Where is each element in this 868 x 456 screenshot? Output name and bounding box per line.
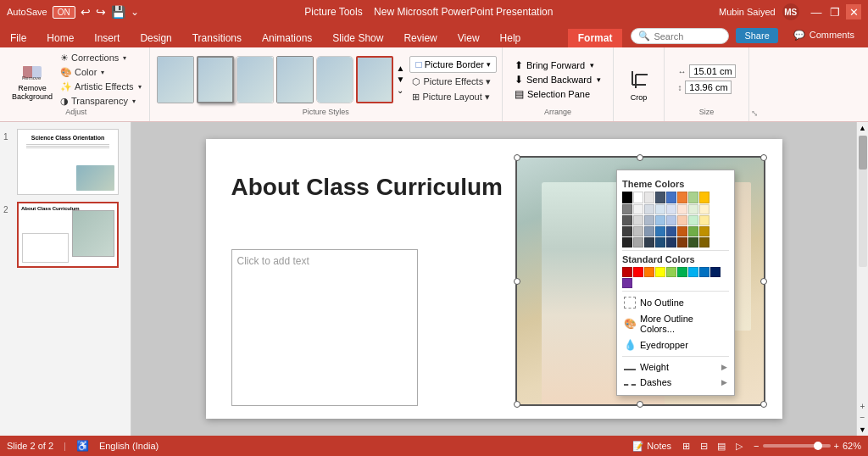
theme-shade-5-3[interactable] (666, 226, 676, 236)
zoom-up-button[interactable]: + (860, 402, 865, 411)
handle-tr[interactable] (760, 154, 767, 161)
theme-shade-4-3[interactable] (655, 226, 665, 236)
crop-button[interactable]: Crop (622, 64, 656, 103)
transparency-button[interactable]: ◑ Transparency ▾ (58, 95, 143, 108)
styles-more[interactable]: ⌄ (397, 86, 405, 95)
theme-shade-6-2[interactable] (677, 215, 687, 225)
scroll-thumb[interactable] (859, 136, 867, 170)
styles-scroll-up[interactable]: ▲ (397, 64, 405, 73)
theme-shade-5-1[interactable] (666, 204, 676, 214)
customize-icon[interactable]: ⌄ (131, 6, 139, 18)
style-thumb-6[interactable] (356, 56, 393, 103)
tab-home[interactable]: Home (36, 29, 84, 47)
slideshow-button[interactable]: ▷ (732, 439, 747, 453)
std-color-8[interactable] (699, 267, 709, 277)
close-button[interactable]: ✕ (846, 4, 861, 19)
theme-shade-5-4[interactable] (666, 237, 676, 247)
theme-shade-7-2[interactable] (688, 215, 698, 225)
theme-shade-3-3[interactable] (644, 226, 654, 236)
width-input[interactable] (689, 64, 736, 78)
handle-mr[interactable] (760, 278, 767, 285)
handle-bl[interactable] (514, 401, 520, 408)
theme-shade-3-4[interactable] (644, 237, 654, 247)
ribbon-expand[interactable]: ⤡ (749, 47, 760, 121)
selection-pane-button[interactable]: ▤ Selection Pane (511, 87, 604, 101)
color-button[interactable]: 🎨 Color ▾ (58, 66, 143, 79)
theme-shade-3-1[interactable] (644, 204, 654, 214)
theme-shade-6-3[interactable] (677, 226, 687, 236)
theme-color-green[interactable] (688, 192, 698, 203)
theme-shade-1-1[interactable] (622, 204, 632, 214)
undo-icon[interactable]: ↩ (81, 5, 91, 19)
theme-shade-2-3[interactable] (633, 226, 643, 236)
std-color-2[interactable] (633, 267, 643, 277)
text-box[interactable]: Click to add text (231, 249, 418, 406)
more-outline-button[interactable]: 🎨 More Outline Colors... (622, 311, 729, 336)
handle-tm[interactable] (637, 154, 643, 161)
slide-thumb-2[interactable]: 2 About Class Curriculum (3, 202, 127, 268)
tab-transitions[interactable]: Transitions (182, 29, 252, 47)
theme-shade-1-2[interactable] (622, 215, 632, 225)
tab-review[interactable]: Review (393, 29, 447, 47)
theme-shade-4-4[interactable] (655, 237, 665, 247)
zoom-slider[interactable] (763, 444, 831, 448)
theme-shade-6-1[interactable] (677, 204, 687, 214)
bring-forward-button[interactable]: ⬆ Bring Forward ▾ (511, 58, 604, 72)
std-color-4[interactable] (655, 267, 665, 277)
theme-shade-5-2[interactable] (666, 215, 676, 225)
scroll-up-button[interactable]: ▲ (857, 122, 869, 134)
remove-background-button[interactable]: Remove RemoveBackground (8, 56, 56, 103)
search-box[interactable]: 🔍 (631, 28, 729, 44)
theme-shade-3-2[interactable] (644, 215, 654, 225)
redo-icon[interactable]: ↪ (96, 5, 106, 19)
picture-border-button[interactable]: □ Picture Border ▾ (409, 56, 497, 73)
std-color-3[interactable] (644, 267, 654, 277)
theme-color-black[interactable] (622, 192, 632, 203)
theme-shade-7-3[interactable] (688, 226, 698, 236)
restore-button[interactable]: ❐ (827, 4, 843, 19)
handle-ml[interactable] (514, 278, 520, 285)
style-thumb-4[interactable] (276, 56, 314, 103)
scroll-track[interactable] (859, 136, 867, 267)
zoom-down-button[interactable]: − (860, 413, 865, 422)
autosave-badge[interactable]: ON (53, 6, 75, 19)
theme-shade-8-4[interactable] (699, 237, 709, 247)
tab-view[interactable]: View (448, 29, 490, 47)
artistic-effects-button[interactable]: ✨ Artistic Effects ▾ (58, 81, 143, 93)
slide-thumb-1[interactable]: 1 Science Class Orientation (3, 129, 127, 195)
std-color-7[interactable] (688, 267, 698, 277)
style-thumb-2[interactable] (197, 56, 234, 103)
theme-shade-6-4[interactable] (677, 237, 687, 247)
reading-view-button[interactable]: ▤ (714, 439, 729, 453)
handle-br[interactable] (760, 401, 767, 408)
height-input[interactable] (685, 81, 732, 94)
theme-shade-2-1[interactable] (633, 204, 643, 214)
handle-bm[interactable] (637, 401, 643, 408)
corrections-button[interactable]: ☀ Corrections ▾ (58, 52, 143, 64)
theme-shade-7-1[interactable] (688, 204, 698, 214)
theme-color-white[interactable] (633, 192, 643, 203)
minimize-button[interactable]: — (809, 4, 824, 19)
tab-animations[interactable]: Animations (252, 29, 322, 47)
handle-tl[interactable] (514, 154, 520, 161)
std-color-9[interactable] (710, 267, 721, 277)
theme-color-grayblue[interactable] (644, 192, 654, 203)
tab-format[interactable]: Format (568, 29, 623, 47)
theme-shade-8-3[interactable] (699, 226, 709, 236)
picture-effects-button[interactable]: ⬡ Picture Effects ▾ (409, 75, 497, 88)
zoom-in-button[interactable]: + (834, 441, 839, 451)
share-button[interactable]: Share (736, 28, 777, 43)
theme-color-navy[interactable] (655, 192, 665, 203)
style-thumb-1[interactable] (157, 56, 194, 103)
theme-color-yellow[interactable] (699, 192, 709, 203)
search-input[interactable] (654, 31, 721, 42)
theme-shade-8-1[interactable] (699, 204, 709, 214)
no-outline-button[interactable]: No Outline (622, 294, 729, 311)
tab-slideshow[interactable]: Slide Show (322, 29, 393, 47)
dashes-button[interactable]: Dashes ▶ (622, 375, 729, 390)
weight-button[interactable]: Weight ▶ (622, 359, 729, 375)
eyedropper-button[interactable]: 💧 Eyedropper (622, 336, 729, 353)
theme-shade-4-2[interactable] (655, 215, 665, 225)
right-scrollbar[interactable]: ▲ + − ▼ (856, 122, 868, 436)
normal-view-button[interactable]: ⊞ (678, 439, 693, 453)
